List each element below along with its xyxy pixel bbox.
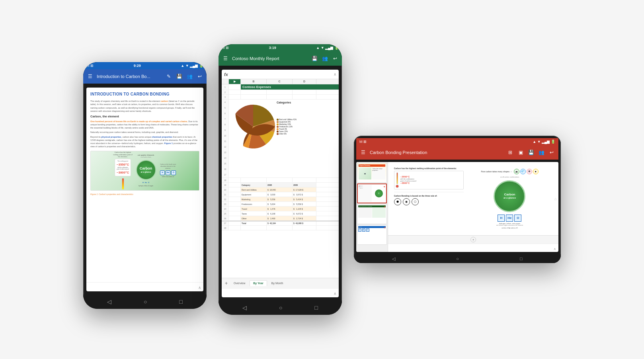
ppt-scroll-up[interactable]: ∧ (388, 244, 558, 252)
word-menu-icon[interactable]: ☰ (86, 73, 94, 80)
cell-24a[interactable] (229, 207, 241, 211)
excel-nav-home[interactable]: ○ (279, 304, 282, 311)
sheet-tab-bymonth[interactable]: By Month (268, 280, 287, 286)
ppt-nav-home[interactable]: ○ (456, 256, 459, 261)
slide-icon-3: ⬡ (412, 198, 419, 205)
thermo-temp1: ~3550°C (117, 162, 129, 167)
cell-22d[interactable]: $ 5,424 $ (293, 197, 316, 201)
cell-24c[interactable]: $ 1,476 (267, 207, 293, 211)
word-status-time: 9:29 (134, 64, 141, 68)
cell-25d[interactable]: $ 6,672 $ (293, 211, 316, 216)
col-header-d[interactable]: D (293, 79, 316, 84)
word-nav-home[interactable]: ○ (144, 299, 147, 305)
cell-22b[interactable]: Marketing (241, 197, 267, 201)
cell-18d[interactable] (293, 178, 316, 182)
word-scroll-up[interactable]: ∧ (86, 282, 203, 291)
sheet-tab-byyear[interactable]: By Year (250, 280, 267, 286)
cell-19a[interactable] (229, 183, 241, 187)
cell-23b[interactable]: Freelancers (241, 202, 267, 206)
cell-20b[interactable]: Rent and Utilities (241, 187, 267, 192)
ppt-display-icon[interactable]: ▣ (517, 149, 524, 156)
row-2: 2 (222, 90, 339, 95)
cell-23d[interactable]: $ 5,556 $ (293, 202, 316, 206)
cell-26b[interactable]: Other (241, 216, 267, 220)
cell-3c[interactable] (267, 95, 293, 99)
cell-18b[interactable] (241, 178, 267, 182)
cell-24d[interactable]: $ 1,104 $ (293, 207, 316, 211)
sheet-tab-overview[interactable]: Overview (230, 280, 249, 286)
cell-3b[interactable] (241, 95, 267, 99)
word-edit-icon[interactable]: ✎ (165, 73, 172, 80)
cell-21c[interactable]: $ 3,000 (267, 192, 293, 197)
cell-2a[interactable] (229, 90, 241, 94)
cell-28b[interactable] (241, 226, 267, 230)
cell-27c[interactable]: $ 43,104 (267, 221, 293, 225)
cell-20d[interactable]: $ 17,628 $ (293, 187, 316, 192)
cell-28c[interactable] (267, 226, 293, 230)
cell-2c[interactable] (267, 90, 293, 94)
cell-23a[interactable] (229, 202, 241, 206)
ppt-nav-back[interactable]: ◁ (392, 256, 395, 261)
cell-23c[interactable]: $ 5,604 (267, 202, 293, 206)
ppt-undo-icon[interactable]: ↩ (548, 149, 555, 156)
ppt-view-icon[interactable]: ⊞ (507, 149, 514, 156)
cell-26a[interactable] (229, 216, 241, 220)
add-sheet-button[interactable]: + (223, 281, 229, 286)
ppt-share-icon[interactable]: 👥 (538, 149, 545, 156)
cell-3d[interactable] (293, 95, 316, 99)
ppt-nav-recent[interactable]: □ (520, 256, 523, 261)
cell-20c[interactable]: $ 18,840 (267, 187, 293, 192)
add-slide-button[interactable]: + (470, 237, 476, 242)
cell-21b[interactable]: Equipment (241, 192, 267, 197)
excel-nav-recent[interactable]: □ (314, 304, 318, 311)
cell-2d[interactable] (293, 90, 316, 94)
excel-nav-back[interactable]: ◁ (242, 304, 247, 311)
cell-28d[interactable] (293, 226, 316, 230)
cell-26d[interactable]: $ 2,724 $ (293, 216, 316, 220)
cell-20a[interactable] (229, 187, 241, 192)
cell-18a[interactable] (229, 178, 241, 182)
cell-22a[interactable] (229, 197, 241, 201)
excel-share-icon[interactable]: 👥 (321, 55, 328, 62)
word-undo-icon[interactable]: ↩ (196, 73, 203, 80)
cell-22c[interactable]: $ 5,556 (267, 197, 293, 201)
excel-scroll-up[interactable]: ∧ (222, 288, 339, 297)
cell-19d[interactable]: 2009 (293, 183, 316, 187)
cell-25a[interactable] (229, 211, 241, 216)
cell-18c[interactable] (267, 178, 293, 182)
home-icon[interactable]: ⌂ (554, 197, 557, 201)
cell-25c[interactable]: $ 6,168 (267, 211, 293, 216)
cell-21a[interactable] (229, 192, 241, 197)
cell-24b[interactable]: Travel (241, 207, 267, 211)
excel-save-icon[interactable]: 💾 (311, 55, 318, 62)
excel-undo-icon[interactable]: ↩ (332, 55, 339, 62)
cell-19b[interactable]: Category (241, 183, 267, 187)
ppt-menu-icon[interactable]: ☰ (359, 149, 367, 156)
slide-thumb-4[interactable]: 4 ★ Carbon H He O (357, 225, 387, 245)
cell-28a[interactable] (229, 226, 241, 230)
pie-chart-area: Categories (229, 100, 339, 178)
cell-2b[interactable] (241, 90, 267, 94)
word-share-icon[interactable]: 👥 (186, 73, 193, 80)
col-header-c[interactable]: C (267, 79, 293, 84)
cell-27d[interactable]: $ 43,080 $ (293, 221, 316, 225)
slide-content: Carbon has the highest melting sublimati… (392, 166, 554, 232)
word-nav-recent[interactable]: □ (179, 299, 182, 305)
cell-3a[interactable] (229, 95, 241, 99)
cell-25b[interactable]: Taxes (241, 211, 267, 216)
formula-collapse[interactable]: ∧ (334, 72, 336, 76)
cell-27a[interactable] (229, 221, 241, 225)
excel-menu-icon[interactable]: ☰ (222, 55, 229, 62)
slide-thumb-3[interactable]: 3 ★ Some Background Knowledge (357, 204, 387, 224)
slide-thumb-2[interactable]: 2 ★ ~3550°C ~3800°C C (357, 183, 387, 203)
cell-1a[interactable] (229, 84, 241, 90)
cell-21d[interactable]: $ 3,972 $ (293, 192, 316, 197)
col-header-b[interactable]: B (241, 79, 267, 84)
cell-26c[interactable]: $ 2,460 (267, 216, 293, 220)
word-save-icon[interactable]: 💾 (176, 73, 183, 80)
cell-27b[interactable]: Total (241, 221, 267, 225)
word-nav-back[interactable]: ◁ (107, 299, 111, 305)
slide-thumb-1[interactable]: 1 ★ Organic Chemistry 📷 Carbon has uniqu… (357, 163, 387, 183)
ppt-save-icon[interactable]: 💾 (527, 149, 535, 156)
cell-19c[interactable]: 2008 (267, 183, 293, 187)
